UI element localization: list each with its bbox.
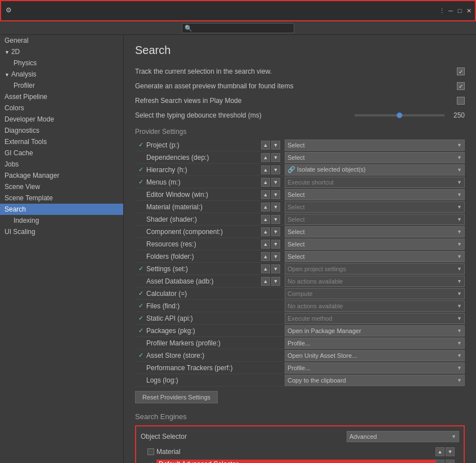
- dropdown-arrow-icon: ▼: [457, 278, 462, 284]
- provider-dropdown-8[interactable]: Select▼: [285, 239, 465, 250]
- arrow-down-1[interactable]: ▼: [271, 153, 280, 162]
- sidebar-item-asset-pipeline[interactable]: Asset Pipeline: [0, 91, 123, 102]
- provider-dropdown-0[interactable]: Select▼: [285, 140, 465, 151]
- provider-row-17: ✓Asset Store (store:)Open Unity Asset St…: [135, 349, 465, 362]
- provider-dropdown-12[interactable]: Compute▼: [285, 288, 465, 299]
- provider-dropdown-16[interactable]: Profile...▼: [285, 338, 465, 349]
- sidebar-item-external-tools[interactable]: External Tools: [0, 136, 123, 147]
- arrow-up-0[interactable]: ▲: [261, 141, 270, 150]
- arrow-down-8[interactable]: ▼: [271, 240, 280, 249]
- dropdown-arrow-icon: ▼: [457, 155, 462, 160]
- provider-dropdown-9[interactable]: Select▼: [285, 251, 465, 262]
- menu-button[interactable]: ⋮: [438, 7, 446, 15]
- provider-check-13[interactable]: ✓: [135, 302, 146, 309]
- provider-dropdown-label-16: Profile...: [288, 340, 310, 347]
- provider-dropdown-7[interactable]: Select▼: [285, 226, 465, 237]
- sidebar-item-physics[interactable]: Physics: [0, 57, 123, 69]
- provider-name-7: Component (component:): [146, 228, 261, 236]
- provider-check-2[interactable]: ✓: [135, 166, 146, 173]
- provider-check-14[interactable]: ✓: [135, 314, 146, 322]
- sidebar-item-ui-scaling[interactable]: UI Scaling: [0, 226, 123, 237]
- sidebar-item-indexing[interactable]: Indexing: [0, 215, 123, 226]
- close-button[interactable]: ✕: [465, 7, 473, 15]
- arrow-down-10[interactable]: ▼: [271, 264, 280, 273]
- provider-dropdown-5[interactable]: Select▼: [285, 201, 465, 213]
- sidebar-item-scene-template[interactable]: Scene Template: [0, 192, 123, 204]
- sidebar-item-analysis[interactable]: ▼Analysis: [0, 69, 123, 80]
- arrow-up-2[interactable]: ▲: [261, 165, 270, 174]
- dropdown-arrow-icon: ▼: [457, 291, 462, 296]
- arrow-up-5[interactable]: ▲: [261, 203, 270, 212]
- provider-check-15[interactable]: ✓: [135, 327, 146, 334]
- arrow-up-8[interactable]: ▲: [261, 240, 270, 249]
- sub-arrow-up-0[interactable]: ▲: [435, 447, 444, 456]
- arrow-down-0[interactable]: ▼: [271, 141, 280, 150]
- arrow-up-11[interactable]: ▲: [261, 277, 270, 286]
- sidebar-item-general[interactable]: General: [0, 35, 123, 46]
- reset-providers-button[interactable]: Reset Providers Settings: [135, 391, 218, 403]
- provider-dropdown-3[interactable]: Execute shortcut▼: [285, 177, 465, 188]
- provider-dropdown-17[interactable]: Open Unity Asset Store...▼: [285, 350, 465, 361]
- arrow-down-11[interactable]: ▼: [271, 277, 280, 286]
- provider-check-0[interactable]: ✓: [135, 141, 146, 149]
- sidebar-item-developer-mode[interactable]: Developer Mode: [0, 114, 123, 125]
- provider-dropdown-11[interactable]: No actions available▼: [285, 276, 465, 287]
- sidebar-item-gi-cache[interactable]: GI Cache: [0, 147, 123, 159]
- sidebar-item-package-manager[interactable]: Package Manager: [0, 170, 123, 181]
- arrow-down-4[interactable]: ▼: [271, 190, 280, 199]
- provider-check-12[interactable]: ✓: [135, 290, 146, 297]
- maximize-button[interactable]: □: [456, 7, 464, 15]
- arrow-down-3[interactable]: ▼: [271, 178, 280, 187]
- sidebar-item-jobs[interactable]: Jobs: [0, 159, 123, 170]
- sidebar-item-scene-view[interactable]: Scene View: [0, 181, 123, 192]
- checkbox-2[interactable]: [457, 97, 465, 105]
- arrow-up-1[interactable]: ▲: [261, 153, 270, 162]
- checkbox-1[interactable]: ✓: [457, 82, 465, 90]
- arrow-up-9[interactable]: ▲: [261, 252, 270, 261]
- provider-dropdown-13[interactable]: No actions available▼: [285, 300, 465, 312]
- provider-dropdown-6[interactable]: Select▼: [285, 214, 465, 225]
- sidebar-item-colors[interactable]: Colors: [0, 102, 123, 114]
- provider-check-3[interactable]: ✓: [135, 178, 146, 186]
- sidebar-item-profiler[interactable]: Profiler: [0, 80, 123, 91]
- provider-dropdown-19[interactable]: Copy to the clipboard▼: [285, 375, 465, 386]
- sub-arrow-up-1[interactable]: ▲: [435, 460, 444, 463]
- provider-dropdown-15[interactable]: Open in Package Manager▼: [285, 325, 465, 336]
- sidebar-item-diagnostics[interactable]: Diagnostics: [0, 125, 123, 136]
- provider-dropdown-14[interactable]: Execute method▼: [285, 313, 465, 324]
- provider-arrows-3: ▲▼: [261, 178, 280, 187]
- search-engines-title: Search Engines: [135, 412, 465, 421]
- provider-check-10[interactable]: ✓: [135, 265, 146, 272]
- sub-arrow-down-0[interactable]: ▼: [446, 447, 455, 456]
- arrow-down-7[interactable]: ▼: [271, 227, 280, 236]
- arrow-down-9[interactable]: ▼: [271, 252, 280, 261]
- provider-check-17[interactable]: ✓: [135, 352, 146, 359]
- provider-name-2: Hierarchy (h:): [146, 166, 261, 174]
- provider-dropdown-1[interactable]: Select▼: [285, 152, 465, 163]
- sub-arrow-down-1[interactable]: ▼: [446, 460, 455, 463]
- arrow-down-6[interactable]: ▼: [271, 215, 280, 224]
- minimize-button[interactable]: ─: [447, 7, 455, 15]
- arrow-up-6[interactable]: ▲: [261, 215, 270, 224]
- arrow-down-2[interactable]: ▼: [271, 165, 280, 174]
- search-input[interactable]: [182, 23, 294, 33]
- arrow-down-5[interactable]: ▼: [271, 203, 280, 212]
- sidebar-item-search[interactable]: Search: [0, 204, 123, 215]
- arrow-up-7[interactable]: ▲: [261, 227, 270, 236]
- provider-dropdown-4[interactable]: Select▼: [285, 189, 465, 200]
- arrow-up-4[interactable]: ▲: [261, 190, 270, 199]
- arrow-up-3[interactable]: ▲: [261, 178, 270, 187]
- sidebar-item-2d[interactable]: ▼2D: [0, 46, 123, 57]
- object-selector-dropdown[interactable]: Advanced▼: [347, 431, 459, 442]
- arrow-up-10[interactable]: ▲: [261, 264, 270, 273]
- provider-name-0: Project (p:): [146, 141, 261, 149]
- sub-provider-check-0[interactable]: [145, 448, 156, 455]
- sub-provider-check-1[interactable]: ✓: [145, 461, 156, 464]
- checkbox-0[interactable]: ✓: [457, 68, 465, 75]
- title-bar: ⚙ ⋮ ─ □ ✕: [0, 0, 476, 21]
- slider-input-3[interactable]: [354, 114, 444, 116]
- checkmark-icon: ✓: [138, 352, 143, 359]
- provider-dropdown-18[interactable]: Profile...▼: [285, 362, 465, 374]
- provider-dropdown-10[interactable]: Open project settings▼: [285, 263, 465, 275]
- provider-dropdown-2[interactable]: 🔗 Isolate selected object(s)▼: [285, 164, 465, 176]
